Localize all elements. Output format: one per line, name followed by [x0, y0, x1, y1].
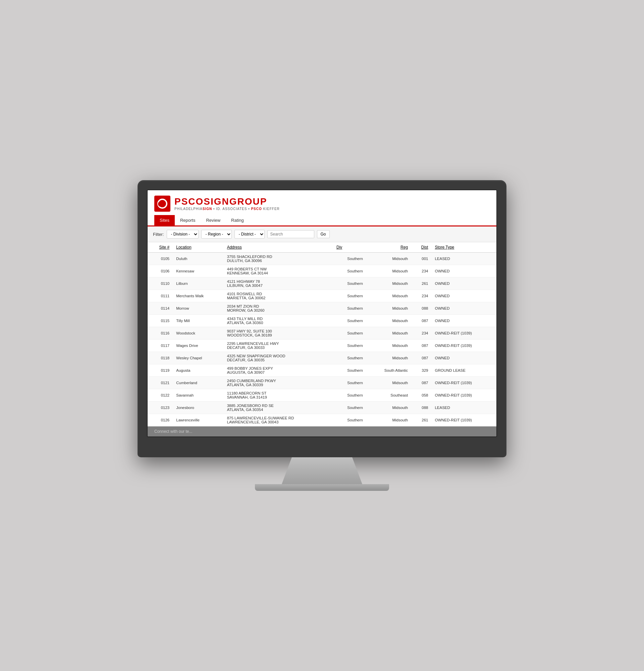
cell-div: Southern — [333, 389, 366, 402]
cell-reg: Midsouth — [366, 377, 411, 389]
table-row[interactable]: 0117 Wages Drive 2295 LAWRENCEVILLE HWYD… — [147, 340, 497, 352]
cell-div: Southern — [333, 265, 366, 277]
table-row[interactable]: 0114 Morrow 2034 MT ZION RDMORROW, GA 30… — [147, 302, 497, 315]
cell-address: 4101 ROSWELL RDMARIETTA, GA 30062 — [224, 290, 333, 302]
logo-area: PSCOSIGNGROUP PHILADELPHIASIGN • ID. ASS… — [154, 195, 490, 212]
cell-div: Southern — [333, 352, 366, 364]
tab-review[interactable]: Review — [201, 215, 226, 226]
monitor-stand — [272, 457, 372, 484]
cell-site-num: 0106 — [147, 265, 173, 277]
cell-address: 4343 TILLY MILL RDATLANTA, GA 30360 — [224, 315, 333, 327]
cell-location: Wages Drive — [173, 340, 223, 352]
table-row[interactable]: 0115 Tilly Mill 4343 TILLY MILL RDATLANT… — [147, 315, 497, 327]
cell-dist: 001 — [411, 253, 432, 265]
cell-store-type: GROUND LEASE — [432, 364, 497, 377]
col-site-num: Site # — [147, 242, 173, 253]
cell-location: Savannah — [173, 389, 223, 402]
cell-reg: Midsouth — [366, 352, 411, 364]
cell-div: Southern — [333, 364, 366, 377]
cell-reg: Midsouth — [366, 290, 411, 302]
cell-site-num: 0111 — [147, 290, 173, 302]
cell-dist: 329 — [411, 364, 432, 377]
cell-div: Southern — [333, 302, 366, 315]
cell-address: 3885 JONESBORO RD SEATLANTA, GA 30354 — [224, 402, 333, 414]
cell-store-type: OWNED — [432, 352, 497, 364]
table-row[interactable]: 0118 Wesley Chapel 4325 NEW SNAPFINGER W… — [147, 352, 497, 364]
search-input[interactable] — [267, 230, 314, 238]
cell-reg: Midsouth — [366, 402, 411, 414]
region-select[interactable]: - Region - — [201, 230, 232, 239]
cell-store-type: OWNED — [432, 265, 497, 277]
cell-store-type: OWNED-REIT (1039) — [432, 377, 497, 389]
table-row[interactable]: 0119 Augusta 499 BOBBY JONES EXPYAUGUSTA… — [147, 364, 497, 377]
cell-store-type: OWNED — [432, 302, 497, 315]
cell-site-num: 0117 — [147, 340, 173, 352]
cell-div: Southern — [333, 402, 366, 414]
col-div[interactable]: Div — [333, 242, 366, 253]
logo-sub-psco: PSCO — [251, 207, 262, 211]
cell-store-type: OWNED — [432, 277, 497, 290]
cell-reg: Midsouth — [366, 315, 411, 327]
app-header: PSCOSIGNGROUP PHILADELPHIASIGN • ID. ASS… — [147, 190, 497, 227]
cell-address: 449 ROBERTS CT NWKENNESAW, GA 30144 — [224, 265, 333, 277]
cell-site-num: 0123 — [147, 402, 173, 414]
division-select[interactable]: - Division - — [167, 230, 198, 239]
tab-sites[interactable]: Sites — [154, 215, 175, 226]
cell-div: Southern — [333, 277, 366, 290]
nav-tabs: Sites Reports Review Rating — [154, 215, 490, 226]
cell-store-type: OWNED-REIT (1039) — [432, 414, 497, 427]
cell-dist: 087 — [411, 352, 432, 364]
logo-title: PSCOSIGNGROUP — [175, 197, 280, 206]
table-row[interactable]: 0122 Savannah 11180 ABERCORN STSAVANNAH,… — [147, 389, 497, 402]
go-button[interactable]: Go — [317, 230, 330, 238]
cell-div: Southern — [333, 414, 366, 427]
connect-text: Connect with our te... — [154, 429, 192, 434]
district-select[interactable]: - District - — [234, 230, 265, 239]
cell-location: Augusta — [173, 364, 223, 377]
logo-p-shape — [157, 199, 167, 209]
cell-location: Cumberland — [173, 377, 223, 389]
monitor-wrap: PSCOSIGNGROUP PHILADELPHIASIGN • ID. ASS… — [138, 180, 506, 491]
cell-reg: Midsouth — [366, 327, 411, 340]
table-row[interactable]: 0126 Lawrenceville 875 LAWRENCEVILLE-SUW… — [147, 414, 497, 427]
col-dist[interactable]: Dist — [411, 242, 432, 253]
logo-text: PSCOSIGNGROUP PHILADELPHIASIGN • ID. ASS… — [175, 197, 280, 211]
cell-site-num: 0114 — [147, 302, 173, 315]
col-store-type[interactable]: Store Type — [432, 242, 497, 253]
logo-group: GROUP — [229, 196, 267, 207]
cell-store-type: OWNED-REIT (1039) — [432, 340, 497, 352]
psco-logo-icon — [154, 195, 170, 212]
table-row[interactable]: 0121 Cumberland 2450 CUMBERLAND PKWYATLA… — [147, 377, 497, 389]
cell-site-num: 0115 — [147, 315, 173, 327]
cell-dist: 088 — [411, 302, 432, 315]
table-row[interactable]: 0105 Duluth 3755 SHACKLEFORD RDDULUTH, G… — [147, 253, 497, 265]
tab-reports[interactable]: Reports — [175, 215, 201, 226]
logo-subtitle: PHILADELPHIASIGN • ID. ASSOCIATES • PSCO… — [175, 207, 280, 211]
col-reg[interactable]: Reg — [366, 242, 411, 253]
col-location[interactable]: Location — [173, 242, 223, 253]
cell-location: Merchants Walk — [173, 290, 223, 302]
cell-div: Southern — [333, 315, 366, 327]
table-row[interactable]: 0106 Kennesaw 449 ROBERTS CT NWKENNESAW,… — [147, 265, 497, 277]
cell-dist: 261 — [411, 414, 432, 427]
cell-location: Morrow — [173, 302, 223, 315]
tab-rating[interactable]: Rating — [226, 215, 249, 226]
col-address[interactable]: Address — [224, 242, 333, 253]
table-row[interactable]: 0110 Lilburn 4121 HIGHWAY 78LILBURN, GA … — [147, 277, 497, 290]
cell-site-num: 0105 — [147, 253, 173, 265]
cell-store-type: LEASED — [432, 402, 497, 414]
cell-location: Woodstock — [173, 327, 223, 340]
cell-reg: South Atlantic — [366, 364, 411, 377]
cell-location: Wesley Chapel — [173, 352, 223, 364]
cell-site-num: 0116 — [147, 327, 173, 340]
logo-sub-sign: SIGN — [203, 207, 212, 211]
cell-div: Southern — [333, 327, 366, 340]
table-row[interactable]: 0111 Merchants Walk 4101 ROSWELL RDMARIE… — [147, 290, 497, 302]
table-row[interactable]: 0116 Woodstock 9037 HWY 92, SUITE 100WOO… — [147, 327, 497, 340]
sites-table: Site # Location Address Div Reg Dist Sto… — [147, 242, 497, 427]
table-row[interactable]: 0123 Jonesboro 3885 JONESBORO RD SEATLAN… — [147, 402, 497, 414]
table-header-row: Site # Location Address Div Reg Dist Sto… — [147, 242, 497, 253]
cell-div: Southern — [333, 253, 366, 265]
cell-dist: 087 — [411, 315, 432, 327]
cell-div: Southern — [333, 290, 366, 302]
